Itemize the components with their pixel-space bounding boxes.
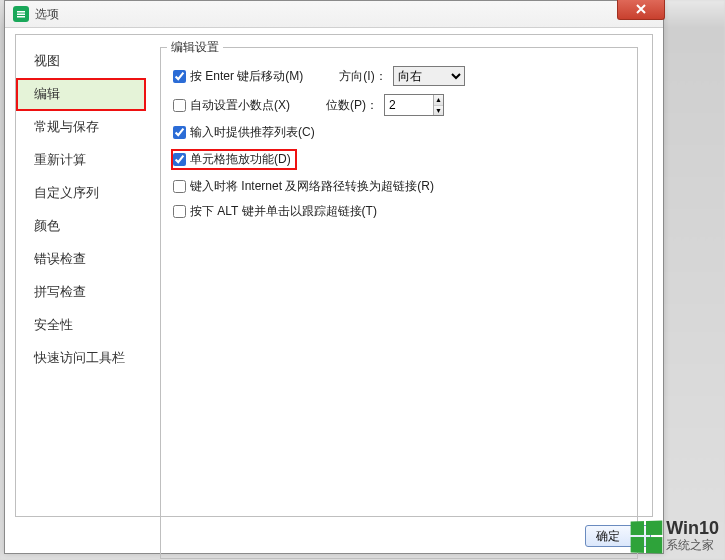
content-panel: 编辑设置 按 Enter 键后移动(M) 方向(I)： 向右 自动设置小数点(X… xyxy=(146,35,652,516)
checkbox-enter-move[interactable]: 按 Enter 键后移动(M) xyxy=(173,68,303,85)
checkbox-enter-move-input[interactable] xyxy=(173,70,186,83)
highlight-cell-drag: 单元格拖放功能(D) xyxy=(171,149,297,170)
checkbox-alt-click-link-input[interactable] xyxy=(173,205,186,218)
places-input[interactable] xyxy=(385,95,433,115)
checkbox-suggest-list[interactable]: 输入时提供推荐列表(C) xyxy=(173,124,315,141)
brand-watermark: Win10 系统之家 xyxy=(630,519,719,552)
sidebar: 视图 编辑 常规与保存 重新计算 自定义序列 颜色 错误检查 拼写检查 安全性 … xyxy=(16,35,146,516)
places-spinner[interactable]: ▲ ▼ xyxy=(384,94,444,116)
brand-line2: 系统之家 xyxy=(666,539,719,552)
sidebar-item-qat[interactable]: 快速访问工具栏 xyxy=(16,342,146,375)
sidebar-item-general-save[interactable]: 常规与保存 xyxy=(16,111,146,144)
checkbox-cell-drag-input[interactable] xyxy=(173,153,186,166)
row-cell-drag: 单元格拖放功能(D) xyxy=(173,149,625,170)
places-label: 位数(P)： xyxy=(326,97,378,114)
checkbox-auto-decimal-input[interactable] xyxy=(173,99,186,112)
edit-settings-group: 编辑设置 按 Enter 键后移动(M) 方向(I)： 向右 自动设置小数点(X… xyxy=(160,47,638,559)
sidebar-item-custom-lists[interactable]: 自定义序列 xyxy=(16,177,146,210)
sidebar-item-edit[interactable]: 编辑 xyxy=(16,78,146,111)
sidebar-item-color[interactable]: 颜色 xyxy=(16,210,146,243)
sidebar-item-security[interactable]: 安全性 xyxy=(16,309,146,342)
checkbox-hyperlink-convert[interactable]: 键入时将 Internet 及网络路径转换为超链接(R) xyxy=(173,178,434,195)
brand-line1: Win10 xyxy=(666,519,719,539)
sidebar-item-error-check[interactable]: 错误检查 xyxy=(16,243,146,276)
checkbox-cell-drag[interactable]: 单元格拖放功能(D) xyxy=(173,151,291,168)
spinner-down[interactable]: ▼ xyxy=(434,106,443,116)
direction-label: 方向(I)： xyxy=(339,68,386,85)
checkbox-hyperlink-convert-input[interactable] xyxy=(173,180,186,193)
checkbox-suggest-list-input[interactable] xyxy=(173,126,186,139)
checkbox-alt-click-link[interactable]: 按下 ALT 键并单击以跟踪超链接(T) xyxy=(173,203,377,220)
close-button[interactable] xyxy=(617,0,665,20)
options-dialog: 选项 视图 编辑 常规与保存 重新计算 自定义序列 颜色 错误检查 拼写检查 安… xyxy=(4,0,664,554)
row-suggest-list: 输入时提供推荐列表(C) xyxy=(173,124,625,141)
row-auto-decimal: 自动设置小数点(X) 位数(P)： ▲ ▼ xyxy=(173,94,625,116)
sidebar-item-view[interactable]: 视图 xyxy=(16,45,146,78)
row-alt-click-link: 按下 ALT 键并单击以跟踪超链接(T) xyxy=(173,203,625,220)
sidebar-item-recalc[interactable]: 重新计算 xyxy=(16,144,146,177)
row-hyperlink-convert: 键入时将 Internet 及网络路径转换为超链接(R) xyxy=(173,178,625,195)
group-legend: 编辑设置 xyxy=(167,39,223,56)
direction-select[interactable]: 向右 xyxy=(393,66,465,86)
app-icon xyxy=(13,6,29,22)
spinner-up[interactable]: ▲ xyxy=(434,95,443,106)
sidebar-item-spellcheck[interactable]: 拼写检查 xyxy=(16,276,146,309)
window-title: 选项 xyxy=(35,6,59,23)
windows-icon xyxy=(631,520,661,551)
dialog-body: 视图 编辑 常规与保存 重新计算 自定义序列 颜色 错误检查 拼写检查 安全性 … xyxy=(15,34,653,517)
checkbox-auto-decimal[interactable]: 自动设置小数点(X) xyxy=(173,97,290,114)
row-enter-move: 按 Enter 键后移动(M) 方向(I)： 向右 xyxy=(173,66,625,86)
titlebar: 选项 xyxy=(5,1,663,28)
